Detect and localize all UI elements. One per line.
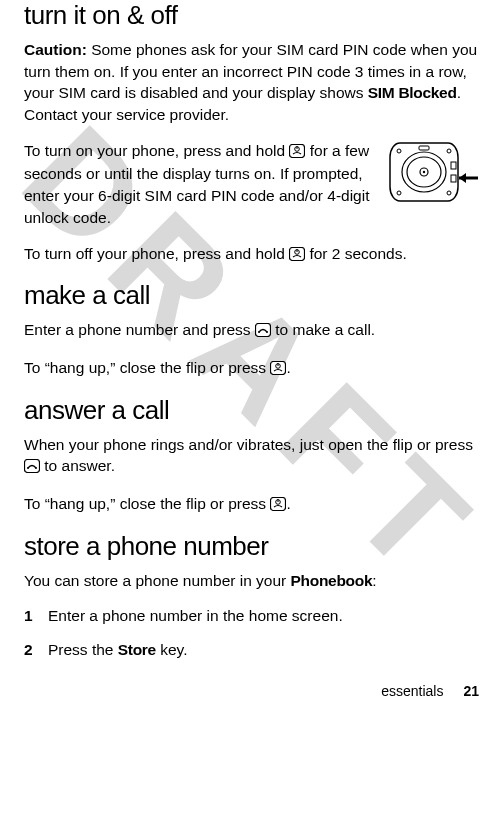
answer-call-p1: When your phone rings and/or vibrates, j…	[24, 434, 479, 479]
svg-point-8	[447, 191, 451, 195]
heading-answer-call: answer a call	[24, 395, 479, 426]
store-step-1: 1 Enter a phone number in the home scree…	[24, 605, 479, 627]
svg-point-6	[447, 149, 451, 153]
svg-marker-13	[459, 173, 466, 183]
make-call-p1a: Enter a phone number and press	[24, 321, 255, 338]
send-key-icon	[24, 457, 40, 479]
power-end-key-icon	[289, 245, 305, 267]
heading-turn-on-off: turn it on & off	[24, 0, 479, 31]
store-step-2: 2 Press the Store key.	[24, 639, 479, 661]
svg-point-22	[266, 331, 268, 333]
step-2-text: Press the Store key.	[48, 639, 188, 661]
svg-point-27	[27, 467, 29, 469]
svg-rect-11	[451, 175, 456, 182]
turn-on-text-1: To turn on your phone, press and hold	[24, 142, 289, 159]
svg-point-7	[397, 191, 401, 195]
page-footer: essentials21	[381, 683, 479, 699]
svg-point-28	[35, 467, 37, 469]
heading-make-call: make a call	[24, 280, 479, 311]
send-key-icon	[255, 321, 271, 343]
footer-section-label: essentials	[381, 683, 443, 699]
answer-call-p1b: to answer.	[40, 457, 115, 474]
turn-off-text-2: for 2 seconds.	[305, 245, 407, 262]
step-1-text: Enter a phone number in the home screen.	[48, 605, 343, 627]
step-number: 1	[24, 605, 48, 627]
answer-call-p1a: When your phone rings and/or vibrates, j…	[24, 436, 473, 453]
step-number: 2	[24, 639, 48, 661]
store-intro: You can store a phone number in your Pho…	[24, 570, 479, 592]
answer-call-p2: To “hang up,” close the flip or press .	[24, 493, 479, 517]
store-steps-list: 1 Enter a phone number in the home scree…	[24, 605, 479, 660]
caution-label: Caution:	[24, 41, 87, 58]
answer-call-p2a: To “hang up,” close the flip or press	[24, 495, 270, 512]
store-key-label: Store	[118, 641, 156, 658]
caution-paragraph: Caution: Some phones ask for your SIM ca…	[24, 39, 479, 126]
make-call-p2a: To “hang up,” close the flip or press	[24, 359, 270, 376]
make-call-p1: Enter a phone number and press to make a…	[24, 319, 479, 343]
svg-point-21	[258, 331, 260, 333]
heading-store-number: store a phone number	[24, 531, 479, 562]
turn-off-paragraph: To turn off your phone, press and hold f…	[24, 243, 479, 267]
svg-rect-10	[451, 162, 456, 169]
make-call-p1b: to make a call.	[271, 321, 375, 338]
store-intro-a: You can store a phone number in your	[24, 572, 291, 589]
phone-keypad-diagram	[389, 142, 479, 206]
sim-blocked-text: SIM Blocked	[368, 84, 457, 101]
svg-point-4	[423, 171, 425, 173]
turn-off-text-1: To turn off your phone, press and hold	[24, 245, 289, 262]
answer-call-p2b: .	[286, 495, 290, 512]
make-call-p2: To “hang up,” close the flip or press .	[24, 357, 479, 381]
svg-rect-9	[419, 146, 429, 150]
power-end-key-icon	[289, 142, 305, 164]
step-2b: key.	[156, 641, 188, 658]
phonebook-label: Phonebook	[291, 572, 373, 589]
footer-page-number: 21	[463, 683, 479, 699]
power-end-key-icon	[270, 359, 286, 381]
power-end-key-icon	[270, 495, 286, 517]
svg-point-5	[397, 149, 401, 153]
step-2a: Press the	[48, 641, 118, 658]
store-intro-b: :	[372, 572, 376, 589]
make-call-p2b: .	[286, 359, 290, 376]
